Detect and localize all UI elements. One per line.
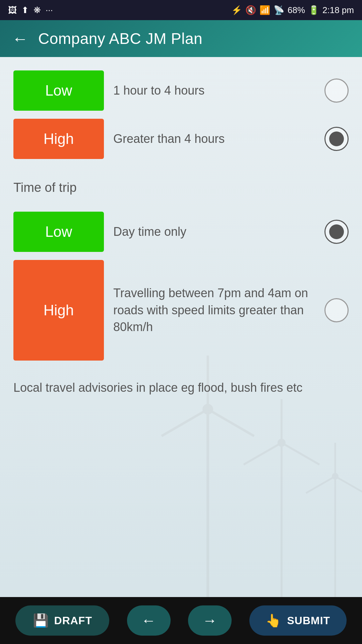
- high-duration-badge: High: [13, 119, 104, 159]
- radio-selected-dot: [329, 131, 344, 146]
- draft-button[interactable]: 💾 DRAFT: [15, 605, 109, 636]
- radio-selected-dot-2: [329, 224, 344, 239]
- time-of-trip-label: Time of trip: [13, 180, 349, 195]
- svg-line-12: [335, 476, 362, 493]
- high-time-badge: High: [13, 260, 104, 361]
- draft-label: DRAFT: [54, 614, 92, 627]
- submit-label: SUBMIT: [287, 614, 330, 627]
- submit-icon: 👆: [265, 613, 282, 628]
- time-of-trip-section: Low Day time only High Travelling betwee…: [0, 208, 362, 375]
- option-row-high-duration: High Greater than 4 hours: [13, 119, 349, 159]
- svg-point-14: [332, 473, 339, 480]
- option-row-low-duration: Low 1 hour to 4 hours: [13, 70, 349, 111]
- svg-line-2: [208, 409, 254, 436]
- svg-line-13: [306, 476, 335, 493]
- low-time-radio[interactable]: [324, 220, 349, 244]
- svg-point-9: [278, 439, 286, 447]
- advisory-section: Local travel advisories in place eg floo…: [0, 375, 362, 410]
- upload-icon: ⬆: [21, 5, 29, 15]
- high-time-radio[interactable]: [324, 298, 349, 322]
- low-duration-badge: Low: [13, 70, 104, 111]
- low-duration-radio[interactable]: [324, 78, 349, 103]
- back-arrow-icon: ←: [141, 612, 156, 629]
- status-bar-left: 🖼 ⬆ ❋ ···: [8, 5, 53, 15]
- time-display: 2:18 pm: [322, 5, 354, 15]
- status-bar-right: ⚡ 🔇 📶 📡 68% 🔋 2:18 pm: [231, 5, 354, 15]
- option-row-high-time: High Travelling between 7pm and 4am on r…: [13, 260, 349, 361]
- svg-line-3: [162, 409, 208, 436]
- low-time-label: Low: [45, 223, 72, 240]
- low-time-badge: Low: [13, 212, 104, 252]
- status-bar: 🖼 ⬆ ❋ ··· ⚡ 🔇 📶 📡 68% 🔋 2:18 pm: [0, 0, 362, 20]
- bottom-navigation: 💾 DRAFT ← → 👆 SUBMIT: [0, 597, 362, 644]
- back-nav-button[interactable]: ←: [127, 605, 171, 636]
- low-duration-label: Low: [45, 82, 72, 99]
- high-duration-radio[interactable]: [324, 127, 349, 151]
- more-icon: ···: [46, 5, 53, 15]
- high-duration-text: Greater than 4 hours: [104, 130, 324, 147]
- settings-icon: ❋: [34, 5, 41, 15]
- signal-icon: 📡: [274, 5, 284, 15]
- duration-section: Low 1 hour to 4 hours High Greater than …: [0, 57, 362, 174]
- wifi-icon: 📶: [259, 5, 270, 15]
- advisory-text: Local travel advisories in place eg floo…: [13, 379, 349, 397]
- battery-icon: 🔋: [308, 5, 319, 15]
- image-icon: 🖼: [8, 5, 17, 15]
- content-area: Low 1 hour to 4 hours High Greater than …: [0, 57, 362, 644]
- header: ← Company ABC JM Plan: [0, 20, 362, 57]
- page-title: Company ABC JM Plan: [38, 30, 202, 48]
- bluetooth-icon: ⚡: [231, 5, 242, 15]
- submit-button[interactable]: 👆 SUBMIT: [249, 605, 347, 636]
- battery-level: 68%: [288, 5, 305, 15]
- time-of-trip-section-label: Time of trip: [0, 174, 362, 208]
- back-button[interactable]: ←: [12, 30, 28, 48]
- mute-icon: 🔇: [245, 5, 256, 15]
- option-row-low-time: Low Day time only: [13, 212, 349, 252]
- forward-nav-button[interactable]: →: [188, 605, 232, 636]
- svg-line-7: [282, 443, 319, 465]
- high-time-text: Travelling between 7pm and 4am on roads …: [104, 285, 324, 335]
- svg-line-8: [244, 443, 282, 465]
- draft-icon: 💾: [33, 613, 49, 628]
- forward-arrow-icon: →: [202, 612, 218, 629]
- low-duration-text: 1 hour to 4 hours: [104, 82, 324, 99]
- high-time-label: High: [44, 302, 74, 319]
- low-time-text: Day time only: [104, 223, 324, 240]
- high-duration-label: High: [44, 130, 74, 147]
